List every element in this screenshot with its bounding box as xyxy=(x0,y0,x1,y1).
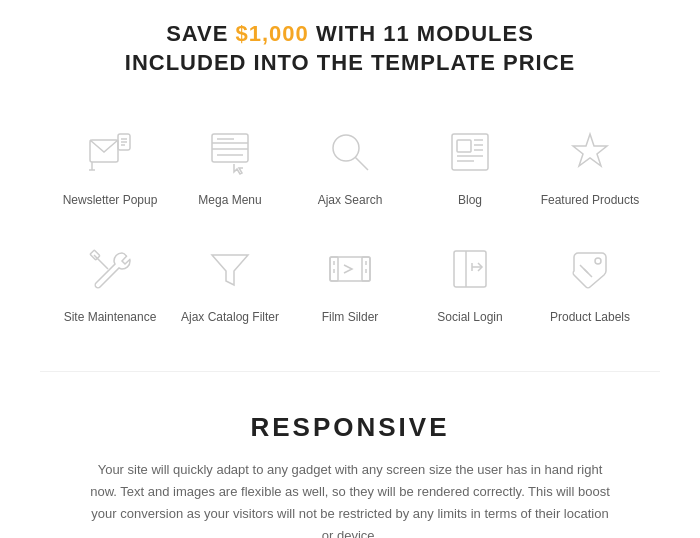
svg-marker-22 xyxy=(573,134,607,166)
social-login-label: Social Login xyxy=(437,309,502,326)
responsive-section: RESPONSIVE Your site will quickly adapt … xyxy=(0,382,700,538)
module-item-site-maintenance: Site Maintenance xyxy=(50,224,170,341)
blog-icon xyxy=(440,122,500,182)
blog-label: Blog xyxy=(458,192,482,209)
svg-point-39 xyxy=(595,258,601,264)
svg-line-23 xyxy=(94,255,108,269)
svg-rect-16 xyxy=(457,140,471,152)
mega-menu-icon xyxy=(200,122,260,182)
film-slider-icon xyxy=(320,239,380,299)
featured-products-label: Featured Products xyxy=(541,192,640,209)
svg-line-14 xyxy=(355,157,368,170)
ajax-search-icon xyxy=(320,122,380,182)
module-item-mega-menu: Mega Menu xyxy=(170,107,290,224)
module-item-ajax-search: Ajax Search xyxy=(290,107,410,224)
site-maintenance-label: Site Maintenance xyxy=(64,309,157,326)
ajax-catalog-filter-icon xyxy=(200,239,260,299)
site-maintenance-icon xyxy=(80,239,140,299)
mega-menu-label: Mega Menu xyxy=(198,192,261,209)
module-item-blog: Blog xyxy=(410,107,530,224)
film-slider-label: Film Silder xyxy=(322,309,379,326)
svg-line-41 xyxy=(584,269,588,273)
ajax-search-label: Ajax Search xyxy=(318,192,383,209)
product-labels-icon xyxy=(560,239,620,299)
module-item-social-login: Social Login xyxy=(410,224,530,341)
responsive-title: RESPONSIVE xyxy=(60,412,640,443)
social-login-icon xyxy=(440,239,500,299)
svg-rect-26 xyxy=(330,257,370,281)
ajax-catalog-filter-label: Ajax Catalog Filter xyxy=(181,309,279,326)
price-highlight: $1,000 xyxy=(236,21,309,46)
responsive-description: Your site will quickly adapt to any gadg… xyxy=(90,459,610,538)
header-title: SAVE $1,000 WITH 11 MODULES INCLUDED INT… xyxy=(40,20,660,77)
module-item-ajax-catalog-filter: Ajax Catalog Filter xyxy=(170,224,290,341)
featured-products-icon xyxy=(560,122,620,182)
header-section: SAVE $1,000 WITH 11 MODULES INCLUDED INT… xyxy=(0,0,700,87)
section-divider xyxy=(40,371,660,372)
svg-marker-25 xyxy=(212,255,248,285)
newsletter-popup-label: Newsletter Popup xyxy=(63,192,158,209)
module-item-featured-products: Featured Products xyxy=(530,107,650,224)
svg-rect-35 xyxy=(454,251,486,287)
module-item-product-labels: Product Labels xyxy=(530,224,650,341)
module-item-newsletter-popup: Newsletter Popup xyxy=(50,107,170,224)
modules-grid: Newsletter Popup Mega Menu Ajax Search xyxy=(0,87,700,361)
newsletter-popup-icon xyxy=(80,122,140,182)
svg-rect-8 xyxy=(212,134,248,162)
product-labels-label: Product Labels xyxy=(550,309,630,326)
module-item-film-slider: Film Silder xyxy=(290,224,410,341)
header-subtitle: INCLUDED INTO THE TEMPLATE PRICE xyxy=(125,50,575,75)
